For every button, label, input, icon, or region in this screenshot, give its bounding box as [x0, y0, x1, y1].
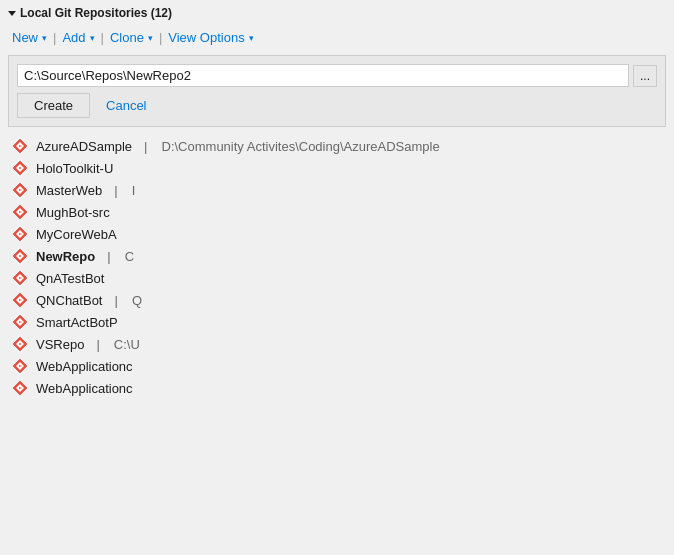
collapse-icon[interactable]	[8, 11, 16, 16]
add-button[interactable]: Add ▾	[58, 28, 98, 47]
separator-2: |	[99, 30, 106, 45]
list-item[interactable]: WebApplicationc	[0, 377, 674, 399]
list-item[interactable]: HoloToolkit-U	[0, 157, 674, 179]
panel-title: Local Git Repositories (12)	[20, 6, 172, 20]
repo-icon	[12, 182, 28, 198]
cancel-button[interactable]: Cancel	[98, 94, 154, 117]
repo-path: Q	[132, 293, 142, 308]
repo-icon	[12, 358, 28, 374]
repo-name: MughBot-src	[36, 205, 110, 220]
list-item[interactable]: QnATestBot	[0, 267, 674, 289]
list-item[interactable]: WebApplicationc	[0, 355, 674, 377]
repo-icon	[12, 270, 28, 286]
repo-name: WebApplicationc	[36, 381, 133, 396]
list-item[interactable]: NewRepo|C	[0, 245, 674, 267]
path-row: ...	[17, 64, 657, 87]
repo-name: NewRepo	[36, 249, 95, 264]
add-dropdown-arrow: ▾	[90, 33, 95, 43]
repo-separator: |	[144, 139, 147, 154]
clone-button[interactable]: Clone ▾	[106, 28, 157, 47]
separator-3: |	[157, 30, 164, 45]
local-git-panel: Local Git Repositories (12) New ▾ | Add …	[0, 0, 674, 555]
repo-icon	[12, 248, 28, 264]
browse-button[interactable]: ...	[633, 65, 657, 87]
repo-icon	[12, 314, 28, 330]
list-item[interactable]: MyCoreWebA	[0, 223, 674, 245]
list-item[interactable]: QNChatBot|Q	[0, 289, 674, 311]
repo-icon	[12, 160, 28, 176]
repo-icon	[12, 204, 28, 220]
view-options-dropdown-arrow: ▾	[249, 33, 254, 43]
view-options-button[interactable]: View Options ▾	[164, 28, 257, 47]
repo-name: WebApplicationc	[36, 359, 133, 374]
repo-list: AzureADSample|D:\Community Activites\Cod…	[0, 131, 674, 555]
repo-icon	[12, 292, 28, 308]
create-button[interactable]: Create	[17, 93, 90, 118]
list-item[interactable]: AzureADSample|D:\Community Activites\Cod…	[0, 135, 674, 157]
list-item[interactable]: MasterWeb|I	[0, 179, 674, 201]
repo-name: MyCoreWebA	[36, 227, 117, 242]
repo-icon	[12, 138, 28, 154]
repo-separator: |	[107, 249, 110, 264]
repo-path: I	[132, 183, 136, 198]
repo-name: QnATestBot	[36, 271, 104, 286]
repo-separator: |	[114, 183, 117, 198]
list-item[interactable]: MughBot-src	[0, 201, 674, 223]
action-row: Create Cancel	[17, 93, 657, 118]
repo-name: VSRepo	[36, 337, 84, 352]
repo-icon	[12, 336, 28, 352]
add-label: Add	[62, 30, 85, 45]
separator-1: |	[51, 30, 58, 45]
repo-name: SmartActBotP	[36, 315, 118, 330]
repo-separator: |	[96, 337, 99, 352]
repo-name: AzureADSample	[36, 139, 132, 154]
repo-path: C:\U	[114, 337, 140, 352]
clone-dropdown-arrow: ▾	[148, 33, 153, 43]
repo-separator: |	[114, 293, 117, 308]
panel-header: Local Git Repositories (12)	[0, 0, 674, 24]
create-section: ... Create Cancel	[8, 55, 666, 127]
repo-icon	[12, 226, 28, 242]
clone-label: Clone	[110, 30, 144, 45]
new-label: New	[12, 30, 38, 45]
list-item[interactable]: SmartActBotP	[0, 311, 674, 333]
path-input[interactable]	[17, 64, 629, 87]
repo-name: QNChatBot	[36, 293, 102, 308]
new-button[interactable]: New ▾	[8, 28, 51, 47]
view-options-label: View Options	[168, 30, 244, 45]
repo-icon	[12, 380, 28, 396]
list-item[interactable]: VSRepo|C:\U	[0, 333, 674, 355]
repo-name: MasterWeb	[36, 183, 102, 198]
new-dropdown-arrow: ▾	[42, 33, 47, 43]
repo-name: HoloToolkit-U	[36, 161, 113, 176]
repo-path: C	[125, 249, 134, 264]
toolbar: New ▾ | Add ▾ | Clone ▾ | View Options ▾	[0, 24, 674, 51]
repo-path: D:\Community Activites\Coding\AzureADSam…	[162, 139, 440, 154]
